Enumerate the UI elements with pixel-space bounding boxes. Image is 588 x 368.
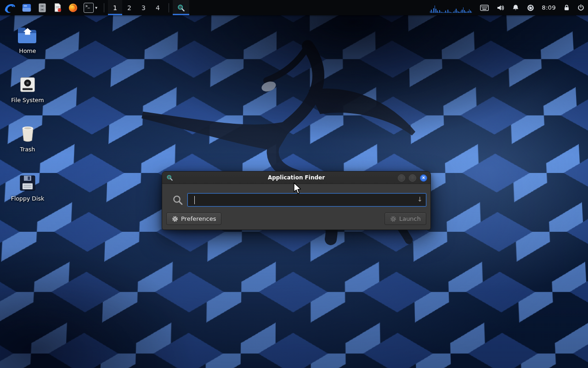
desktop-icon-file-system[interactable]: File System [6, 71, 49, 111]
workspace-switcher: 1 2 3 4 [108, 0, 165, 15]
workspace-3[interactable]: 3 [136, 0, 151, 15]
gear-icon [172, 216, 178, 222]
file-manager-button[interactable] [34, 0, 50, 15]
panel-right-group: 8:09 [430, 0, 588, 15]
cpu-graph[interactable] [430, 3, 472, 13]
desktop-icon-floppy-disk[interactable]: Floppy Disk [6, 170, 49, 210]
desktop-icon-label: File System [11, 97, 44, 104]
panel-left-group: >_ ▾ 1 2 3 4 [0, 0, 189, 15]
workspace-1[interactable]: 1 [108, 0, 122, 15]
workspace-4[interactable]: 4 [151, 0, 165, 15]
chevron-down-icon[interactable]: ▾ [95, 6, 97, 10]
application-finder-icon [166, 174, 173, 181]
close-button[interactable]: × [420, 174, 427, 182]
home-folder-icon [17, 25, 38, 44]
launch-icon [390, 216, 396, 222]
titlebar[interactable]: Application Finder × [162, 172, 430, 184]
screen: >_ ▾ 1 2 3 4 [0, 0, 588, 368]
kali-logo-icon [4, 1, 16, 14]
dropdown-arrow-icon[interactable]: ↓ [417, 196, 423, 203]
terminal-launcher[interactable]: >_ ▾ [81, 0, 100, 15]
volume-icon[interactable] [497, 4, 504, 12]
preferences-label: Preferences [181, 215, 216, 222]
button-row: Preferences Launch [166, 213, 426, 225]
desktop-icon-home[interactable]: Home [6, 22, 49, 62]
search-text-field[interactable] [192, 196, 414, 203]
minimize-button[interactable] [398, 174, 405, 182]
desktop-icon-trash[interactable]: Trash [6, 121, 49, 161]
firefox-button[interactable] [65, 0, 81, 15]
kali-menu-button[interactable] [1, 0, 19, 15]
application-finder-taskbar-icon [176, 3, 186, 12]
desktop-icon-label: Floppy Disk [11, 196, 44, 202]
text-editor-button[interactable] [50, 0, 65, 15]
lock-icon[interactable] [564, 4, 570, 11]
preferences-button[interactable]: Preferences [166, 213, 221, 225]
window-controls: × [398, 172, 427, 184]
close-icon: × [422, 175, 425, 180]
desktop-icon-column: Home File System [6, 22, 49, 210]
search-row: ↓ [166, 193, 426, 207]
panel-separator [104, 3, 104, 12]
document-icon [53, 3, 62, 12]
updates-icon[interactable] [527, 4, 534, 12]
keyboard-icon[interactable] [480, 5, 489, 11]
application-finder-window: Application Finder × [162, 171, 431, 230]
desktop-icon-label: Trash [20, 146, 35, 153]
files-launcher-button[interactable] [19, 0, 34, 15]
desktop-icon-label: Home [19, 48, 36, 54]
text-caret [194, 196, 195, 204]
clock[interactable]: 8:09 [542, 4, 556, 11]
terminal-icon: >_ [84, 3, 94, 13]
power-icon[interactable] [577, 4, 584, 11]
search-icon [172, 195, 183, 206]
window-body: ↓ Preferences [162, 184, 430, 230]
notifications-bell-icon[interactable] [512, 4, 519, 11]
panel-separator [169, 3, 169, 12]
top-panel: >_ ▾ 1 2 3 4 [0, 0, 588, 15]
terminal-prompt-glyph: >_ [85, 4, 90, 8]
trash-can-icon [20, 123, 35, 143]
floppy-disk-icon [19, 172, 36, 192]
maximize-button[interactable] [409, 174, 416, 182]
firefox-icon [68, 3, 78, 13]
file-cabinet-icon [37, 3, 47, 13]
file-system-drive-icon [19, 74, 36, 93]
launch-button[interactable]: Launch [384, 213, 426, 225]
taskbar-application-finder[interactable] [173, 0, 189, 15]
launch-label: Launch [399, 215, 421, 222]
files-icon [22, 3, 32, 13]
workspace-2[interactable]: 2 [122, 0, 136, 15]
search-input[interactable]: ↓ [187, 193, 426, 207]
window-title: Application Finder [162, 174, 430, 181]
